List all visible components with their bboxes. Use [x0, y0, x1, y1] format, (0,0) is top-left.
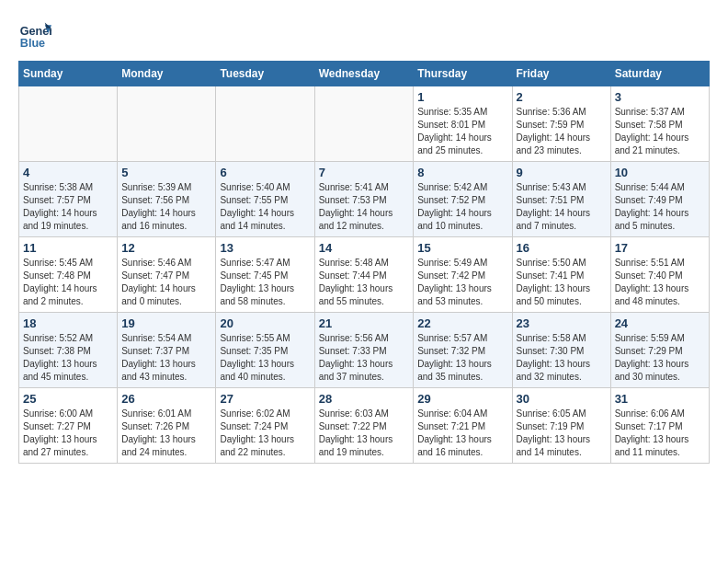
day-info: Sunrise: 6:06 AM Sunset: 7:17 PM Dayligh… [615, 408, 705, 459]
calendar-day-cell: 4Sunrise: 5:38 AM Sunset: 7:57 PM Daylig… [19, 162, 118, 237]
calendar-day-cell: 31Sunrise: 6:06 AM Sunset: 7:17 PM Dayli… [610, 388, 709, 464]
calendar-day-cell: 2Sunrise: 5:36 AM Sunset: 7:59 PM Daylig… [512, 86, 610, 162]
calendar-day-cell: 6Sunrise: 5:40 AM Sunset: 7:55 PM Daylig… [216, 162, 314, 237]
calendar-table: SundayMondayTuesdayWednesdayThursdayFrid… [18, 61, 710, 464]
page-header: General Blue [18, 18, 710, 52]
day-number: 18 [23, 316, 113, 330]
calendar-day-cell: 14Sunrise: 5:48 AM Sunset: 7:44 PM Dayli… [314, 237, 414, 313]
day-info: Sunrise: 5:35 AM Sunset: 8:01 PM Dayligh… [417, 106, 507, 157]
calendar-week-row: 25Sunrise: 6:00 AM Sunset: 7:27 PM Dayli… [19, 388, 710, 464]
calendar-day-cell: 17Sunrise: 5:51 AM Sunset: 7:40 PM Dayli… [610, 237, 709, 313]
calendar-day-cell: 21Sunrise: 5:56 AM Sunset: 7:33 PM Dayli… [314, 313, 414, 388]
calendar-day-cell: 1Sunrise: 5:35 AM Sunset: 8:01 PM Daylig… [414, 86, 512, 162]
day-number: 8 [417, 166, 507, 179]
day-number: 11 [23, 241, 113, 255]
calendar-day-cell: 22Sunrise: 5:57 AM Sunset: 7:32 PM Dayli… [414, 313, 512, 388]
day-number: 30 [517, 392, 607, 406]
day-number: 3 [615, 90, 705, 104]
weekday-header-cell: Monday [118, 62, 216, 86]
calendar-day-cell [19, 86, 118, 162]
day-number: 22 [417, 316, 507, 330]
weekday-header-row: SundayMondayTuesdayWednesdayThursdayFrid… [19, 62, 710, 86]
svg-text:Blue: Blue [20, 37, 45, 50]
day-number: 23 [517, 316, 607, 330]
day-info: Sunrise: 5:57 AM Sunset: 7:32 PM Dayligh… [417, 332, 507, 384]
day-number: 20 [220, 316, 310, 330]
weekday-header-cell: Wednesday [314, 62, 414, 86]
calendar-week-row: 11Sunrise: 5:45 AM Sunset: 7:48 PM Dayli… [19, 237, 710, 313]
day-info: Sunrise: 5:41 AM Sunset: 7:53 PM Dayligh… [319, 181, 410, 233]
day-number: 25 [23, 392, 113, 406]
day-number: 7 [319, 166, 410, 179]
day-info: Sunrise: 6:01 AM Sunset: 7:26 PM Dayligh… [121, 408, 211, 459]
day-number: 24 [615, 316, 705, 330]
day-info: Sunrise: 5:45 AM Sunset: 7:48 PM Dayligh… [23, 257, 113, 308]
day-number: 27 [220, 392, 310, 406]
calendar-day-cell: 25Sunrise: 6:00 AM Sunset: 7:27 PM Dayli… [19, 388, 118, 464]
day-number: 17 [615, 241, 705, 255]
calendar-week-row: 4Sunrise: 5:38 AM Sunset: 7:57 PM Daylig… [19, 162, 710, 237]
calendar-day-cell: 8Sunrise: 5:42 AM Sunset: 7:52 PM Daylig… [414, 162, 512, 237]
day-info: Sunrise: 5:40 AM Sunset: 7:55 PM Dayligh… [220, 181, 310, 233]
day-info: Sunrise: 5:42 AM Sunset: 7:52 PM Dayligh… [417, 181, 507, 233]
calendar-day-cell: 26Sunrise: 6:01 AM Sunset: 7:26 PM Dayli… [118, 388, 216, 464]
calendar-day-cell: 7Sunrise: 5:41 AM Sunset: 7:53 PM Daylig… [314, 162, 414, 237]
calendar-day-cell: 19Sunrise: 5:54 AM Sunset: 7:37 PM Dayli… [118, 313, 216, 388]
calendar-day-cell [118, 86, 216, 162]
day-number: 9 [517, 166, 607, 179]
calendar-body: 1Sunrise: 5:35 AM Sunset: 8:01 PM Daylig… [19, 86, 710, 464]
day-number: 1 [417, 90, 507, 104]
calendar-day-cell: 5Sunrise: 5:39 AM Sunset: 7:56 PM Daylig… [118, 162, 216, 237]
day-info: Sunrise: 5:46 AM Sunset: 7:47 PM Dayligh… [121, 257, 211, 308]
day-number: 19 [121, 316, 211, 330]
day-info: Sunrise: 6:05 AM Sunset: 7:19 PM Dayligh… [517, 408, 607, 459]
calendar-day-cell: 20Sunrise: 5:55 AM Sunset: 7:35 PM Dayli… [216, 313, 314, 388]
day-info: Sunrise: 5:58 AM Sunset: 7:30 PM Dayligh… [517, 332, 607, 384]
day-number: 29 [417, 392, 507, 406]
calendar-week-row: 18Sunrise: 5:52 AM Sunset: 7:38 PM Dayli… [19, 313, 710, 388]
logo-icon: General Blue [18, 18, 51, 52]
calendar-day-cell: 12Sunrise: 5:46 AM Sunset: 7:47 PM Dayli… [118, 237, 216, 313]
day-info: Sunrise: 6:03 AM Sunset: 7:22 PM Dayligh… [319, 408, 410, 459]
day-number: 26 [121, 392, 211, 406]
day-info: Sunrise: 5:56 AM Sunset: 7:33 PM Dayligh… [319, 332, 410, 384]
day-info: Sunrise: 5:39 AM Sunset: 7:56 PM Dayligh… [121, 181, 211, 233]
calendar-day-cell [314, 86, 414, 162]
day-number: 12 [121, 241, 211, 255]
day-number: 6 [220, 166, 310, 179]
day-number: 13 [220, 241, 310, 255]
day-info: Sunrise: 5:37 AM Sunset: 7:58 PM Dayligh… [615, 106, 705, 157]
calendar-day-cell: 30Sunrise: 6:05 AM Sunset: 7:19 PM Dayli… [512, 388, 610, 464]
calendar-day-cell: 28Sunrise: 6:03 AM Sunset: 7:22 PM Dayli… [314, 388, 414, 464]
day-info: Sunrise: 5:55 AM Sunset: 7:35 PM Dayligh… [220, 332, 310, 384]
day-number: 14 [319, 241, 410, 255]
day-number: 10 [615, 166, 705, 179]
day-number: 28 [319, 392, 410, 406]
weekday-header-cell: Friday [512, 62, 610, 86]
day-info: Sunrise: 5:54 AM Sunset: 7:37 PM Dayligh… [121, 332, 211, 384]
day-number: 16 [517, 241, 607, 255]
calendar-day-cell: 10Sunrise: 5:44 AM Sunset: 7:49 PM Dayli… [610, 162, 709, 237]
day-number: 5 [121, 166, 211, 179]
day-number: 21 [319, 316, 410, 330]
calendar-day-cell: 15Sunrise: 5:49 AM Sunset: 7:42 PM Dayli… [414, 237, 512, 313]
day-info: Sunrise: 5:47 AM Sunset: 7:45 PM Dayligh… [220, 257, 310, 308]
calendar-day-cell: 24Sunrise: 5:59 AM Sunset: 7:29 PM Dayli… [610, 313, 709, 388]
calendar-day-cell: 29Sunrise: 6:04 AM Sunset: 7:21 PM Dayli… [414, 388, 512, 464]
calendar-day-cell: 13Sunrise: 5:47 AM Sunset: 7:45 PM Dayli… [216, 237, 314, 313]
calendar-day-cell: 18Sunrise: 5:52 AM Sunset: 7:38 PM Dayli… [19, 313, 118, 388]
day-info: Sunrise: 5:48 AM Sunset: 7:44 PM Dayligh… [319, 257, 410, 308]
day-info: Sunrise: 5:49 AM Sunset: 7:42 PM Dayligh… [417, 257, 507, 308]
calendar-day-cell: 23Sunrise: 5:58 AM Sunset: 7:30 PM Dayli… [512, 313, 610, 388]
day-number: 15 [417, 241, 507, 255]
calendar-day-cell: 3Sunrise: 5:37 AM Sunset: 7:58 PM Daylig… [610, 86, 709, 162]
logo: General Blue [18, 18, 55, 52]
weekday-header-cell: Thursday [414, 62, 512, 86]
day-info: Sunrise: 5:51 AM Sunset: 7:40 PM Dayligh… [615, 257, 705, 308]
calendar-week-row: 1Sunrise: 5:35 AM Sunset: 8:01 PM Daylig… [19, 86, 710, 162]
day-number: 31 [615, 392, 705, 406]
weekday-header-cell: Saturday [610, 62, 709, 86]
calendar-day-cell [216, 86, 314, 162]
calendar-day-cell: 16Sunrise: 5:50 AM Sunset: 7:41 PM Dayli… [512, 237, 610, 313]
day-info: Sunrise: 5:44 AM Sunset: 7:49 PM Dayligh… [615, 181, 705, 233]
